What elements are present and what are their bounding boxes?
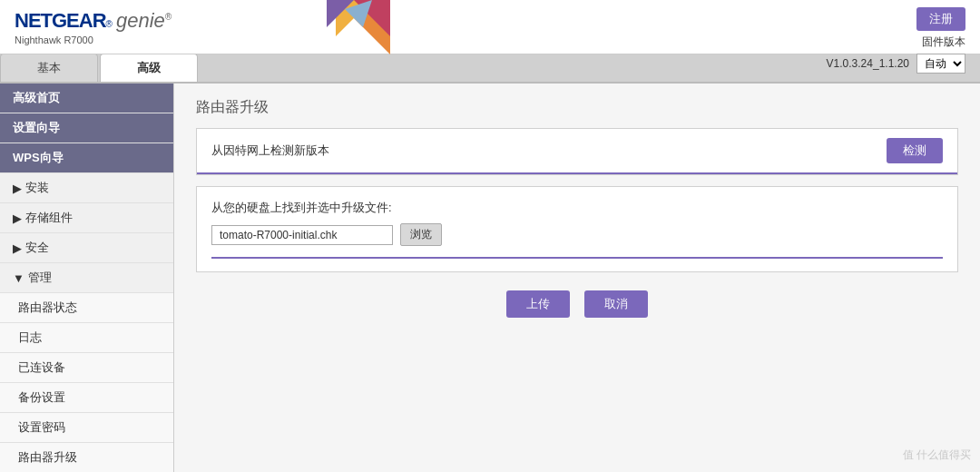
arrow-management-icon: ▼ xyxy=(13,271,24,285)
sidebar: 高级首页 设置向导 WPS向导 ▶ 安装 ▶ 存储组件 ▶ 安全 ▼ 管理 路由… xyxy=(0,84,174,472)
upload-label: 从您的硬盘上找到并选中升级文件: xyxy=(211,200,943,216)
sidebar-item-set-password[interactable]: 设置密码 xyxy=(0,413,173,443)
sidebar-item-advanced-home[interactable]: 高级首页 xyxy=(0,84,173,113)
arrow-security-icon: ▶ xyxy=(13,241,22,255)
tab-basic[interactable]: 基本 xyxy=(0,54,98,82)
action-row: 上传 取消 xyxy=(196,290,958,318)
detect-label: 从因特网上检测新版本 xyxy=(211,143,887,159)
browse-button[interactable]: 浏览 xyxy=(400,223,442,246)
sidebar-item-security[interactable]: ▶ 安全 xyxy=(0,233,173,263)
logo-netgear: NETGEAR ® genie® xyxy=(15,9,172,33)
model-name: Nighthawk R7000 xyxy=(15,34,172,45)
logo-area: NETGEAR ® genie® Nighthawk R7000 xyxy=(15,9,172,45)
login-button[interactable]: 注册 xyxy=(916,7,965,31)
arrow-install-icon: ▶ xyxy=(13,182,22,195)
upload-row: tomato-R7000-initial.chk 浏览 xyxy=(211,223,943,259)
sidebar-item-router-upgrade[interactable]: 路由器升级 xyxy=(0,443,173,472)
genie-logo: genie® xyxy=(116,9,172,33)
cancel-button[interactable]: 取消 xyxy=(584,290,648,318)
upload-section: 从您的硬盘上找到并选中升级文件: tomato-R7000-initial.ch… xyxy=(196,186,958,272)
brand-name: NETGEAR xyxy=(15,9,106,33)
detect-button[interactable]: 检测 xyxy=(887,138,943,163)
sidebar-item-storage-label: 存储组件 xyxy=(25,210,73,226)
header-right: 注册 固件版本 V1.0.3.24_1.1.20 自动 xyxy=(827,7,965,74)
header: NETGEAR ® genie® Nighthawk R7000 注册 固件版本… xyxy=(0,0,980,54)
content-area: 路由器升级 从因特网上检测新版本 检测 从您的硬盘上找到并选中升级文件: tom… xyxy=(174,84,980,472)
sidebar-item-setup-wizard[interactable]: 设置向导 xyxy=(0,113,173,143)
upload-button[interactable]: 上传 xyxy=(506,290,570,318)
firmware-version: V1.0.3.24_1.1.20 xyxy=(827,57,909,70)
main-layout: 高级首页 设置向导 WPS向导 ▶ 安装 ▶ 存储组件 ▶ 安全 ▼ 管理 路由… xyxy=(0,84,980,472)
tab-advanced[interactable]: 高级 xyxy=(100,54,198,82)
sidebar-item-router-status[interactable]: 路由器状态 xyxy=(0,293,173,323)
sidebar-item-log[interactable]: 日志 xyxy=(0,323,173,353)
sidebar-item-connected-devices[interactable]: 已连设备 xyxy=(0,353,173,383)
sidebar-item-security-label: 安全 xyxy=(25,240,49,256)
firmware-label: 固件版本 xyxy=(922,34,965,50)
watermark: 值 什么值得买 xyxy=(903,447,971,463)
sidebar-item-install[interactable]: ▶ 安装 xyxy=(0,173,173,203)
sidebar-item-storage[interactable]: ▶ 存储组件 xyxy=(0,203,173,233)
sidebar-item-install-label: 安装 xyxy=(25,180,49,196)
sidebar-item-management[interactable]: ▼ 管理 xyxy=(0,263,173,293)
firmware-row: 固件版本 xyxy=(922,34,965,50)
sidebar-item-wps-wizard[interactable]: WPS向导 xyxy=(0,143,173,173)
reg-symbol: ® xyxy=(106,19,113,29)
detect-section: 从因特网上检测新版本 检测 xyxy=(196,128,958,175)
sidebar-item-backup-settings[interactable]: 备份设置 xyxy=(0,383,173,413)
header-graphic xyxy=(281,0,390,54)
firmware-version-row: V1.0.3.24_1.1.20 自动 xyxy=(827,54,965,74)
sidebar-item-management-label: 管理 xyxy=(28,270,52,286)
page-title: 路由器升级 xyxy=(196,98,958,117)
arrow-storage-icon: ▶ xyxy=(13,211,22,225)
detect-row: 从因特网上检测新版本 检测 xyxy=(197,129,957,174)
firmware-select[interactable]: 自动 xyxy=(916,54,965,74)
file-input-display: tomato-R7000-initial.chk xyxy=(211,225,393,245)
